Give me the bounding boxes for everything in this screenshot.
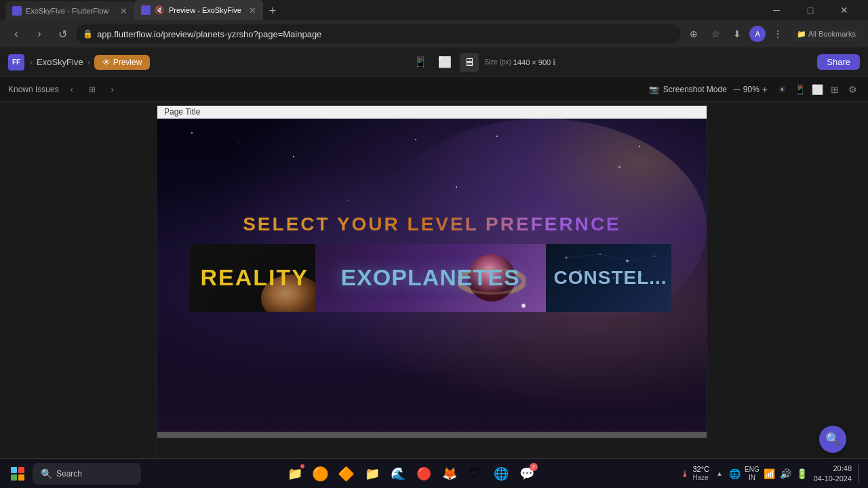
download-button[interactable]: ⬇ xyxy=(728,24,747,43)
info-icon: ℹ xyxy=(553,58,556,67)
taskbar-search[interactable]: 🔍 Search xyxy=(33,463,141,485)
search-fab[interactable]: 🔍 xyxy=(819,426,846,453)
forward-button[interactable]: › xyxy=(30,24,49,43)
preview-container: Page Title SELECT YOUR LEVEL PREFERNCE xyxy=(157,106,707,438)
taskbar-icon-app4[interactable]: 🦊 xyxy=(437,462,462,486)
issues-grid[interactable]: ⊞ xyxy=(85,82,100,97)
menu-button[interactable]: ⋮ xyxy=(768,24,787,43)
tab2-favicon xyxy=(141,5,151,15)
taskbar-icon-app3[interactable]: 🔴 xyxy=(412,462,436,486)
tab2-label: Preview - ExoSkyFive xyxy=(169,6,241,14)
page-title-bar: Page Title xyxy=(157,106,707,119)
tab1-close[interactable]: ✕ xyxy=(120,6,127,16)
taskbar-icon-app7[interactable]: 💬 2 xyxy=(515,462,539,486)
desktop-button[interactable]: 🖥 xyxy=(460,53,479,72)
view-layout-icon[interactable]: ⬜ xyxy=(810,82,825,97)
time-display: 20:48 xyxy=(833,464,852,473)
preview-button[interactable]: 👁 Preview xyxy=(94,55,151,70)
zoom-plus[interactable]: + xyxy=(762,84,768,95)
taskbar-icon-app6[interactable]: 🌐 xyxy=(489,462,513,486)
taskbar-icon-file-explorer[interactable]: 📁 xyxy=(283,462,307,486)
scrollbar-thumb[interactable] xyxy=(157,432,707,438)
weather-temp: 32°C xyxy=(692,465,709,474)
ff-toolbar: FF › ExoSkyFive › 👁 Preview 📱 ⬜ 🖥 Size (… xyxy=(0,47,868,77)
headline: SELECT YOUR LEVEL PREFERNCE xyxy=(157,214,707,235)
address-bar[interactable]: 🔒 app.flutterflow.io/preview/planets-yzr… xyxy=(76,24,680,43)
taskbar-icon-app5[interactable]: 🛡 xyxy=(463,462,488,486)
star-4 xyxy=(395,173,395,174)
issues-prev[interactable]: ‹ xyxy=(64,82,79,97)
nav-bar: ‹ › ↺ 🔒 app.flutterflow.io/preview/plane… xyxy=(0,20,868,47)
show-desktop-button[interactable] xyxy=(859,464,863,483)
share-button[interactable]: Share xyxy=(817,54,860,70)
card-reality[interactable]: REALITY xyxy=(190,244,315,312)
exo-label: EXOPLANETES xyxy=(340,264,519,291)
space-scene: SELECT YOUR LEVEL PREFERNCE REALITY xyxy=(157,119,707,432)
star-6 xyxy=(578,159,578,160)
system-tray: 🌡 32°C Haze ▲ 🌐 ENG IN 📶 🔊 🔋 20:48 04-10… xyxy=(680,464,863,483)
all-bookmarks[interactable]: 📁 All Bookmarks xyxy=(791,28,861,41)
bookmark-button[interactable]: ☆ xyxy=(706,24,725,43)
star-10 xyxy=(456,186,457,188)
lang-indicator[interactable]: ENG IN xyxy=(743,466,761,482)
maximize-button[interactable]: □ xyxy=(795,1,826,20)
left-panel xyxy=(0,211,157,488)
tab2-muted: 🔇 xyxy=(155,5,165,15)
view-phone-icon[interactable]: 📱 xyxy=(792,82,807,97)
card-exoplanetes[interactable]: EXOPLANETES xyxy=(315,244,546,312)
reload-button[interactable]: ↺ xyxy=(53,24,72,43)
size-indicator: Size (px) 1440 × 900 ℹ xyxy=(484,58,556,67)
preview-scrollbar[interactable] xyxy=(157,432,707,438)
issues-next[interactable]: › xyxy=(105,82,120,97)
tab2-close[interactable]: ✕ xyxy=(249,5,256,16)
taskbar-icon-app1[interactable]: 🟠 xyxy=(309,462,333,486)
new-tab-button[interactable]: + xyxy=(263,1,282,20)
back-button[interactable]: ‹ xyxy=(7,24,26,43)
taskbar: 🔍 Search 📁 🟠 🔶 📁 🌊 🔴 🦊 🛡 🌐 xyxy=(0,458,868,488)
show-hidden-icons[interactable]: ▲ xyxy=(713,464,726,483)
wifi-icon[interactable]: 📶 xyxy=(762,464,777,483)
speaker-icon[interactable]: 🔊 xyxy=(778,464,793,483)
tab-exoskyfive[interactable]: ExoSkyFive - FlutterFlow ✕ xyxy=(5,1,134,20)
network-icon[interactable]: 🌐 xyxy=(727,464,742,483)
minimize-button[interactable]: ─ xyxy=(761,1,792,20)
card-constellation[interactable]: CONSTEL... xyxy=(546,244,671,312)
dimensions-text: 1440 × 900 xyxy=(513,58,551,66)
screenshot-mode-section: 📷 Screenshot Mode xyxy=(649,85,727,94)
ff-logo: FF xyxy=(8,54,24,70)
start-button[interactable] xyxy=(5,462,30,486)
star-3 xyxy=(293,156,294,157)
system-icons-group: ▲ 🌐 ENG IN 📶 🔊 🔋 xyxy=(713,464,810,483)
taskbar-time[interactable]: 20:48 04-10-2024 xyxy=(814,464,852,483)
breadcrumb-exoskyfive[interactable]: ExoSkyFive xyxy=(37,57,83,67)
view-settings-icon[interactable]: ⚙ xyxy=(845,82,860,97)
tab1-label: ExoSkyFive - FlutterFlow xyxy=(26,7,108,15)
weather-info: 32°C Haze xyxy=(692,465,709,482)
weather-widget[interactable]: 🌡 32°C Haze xyxy=(680,465,709,482)
view-grid-icon[interactable]: ⊞ xyxy=(827,82,842,97)
taskbar-icon-edge[interactable]: 🌊 xyxy=(386,462,410,486)
taskbar-icon-app2[interactable]: 🔶 xyxy=(334,462,359,486)
tab-preview[interactable]: 🔇 Preview - ExoSkyFive ✕ xyxy=(134,0,263,20)
issues-bar: Known Issues ‹ ⊞ › 📷 Screenshot Mode ─ 9… xyxy=(0,77,868,102)
mobile-button[interactable]: 📱 xyxy=(411,53,430,72)
zoom-minus[interactable]: ─ xyxy=(734,84,741,95)
view-icons: ☀ 📱 ⬜ ⊞ ⚙ xyxy=(774,82,860,97)
star-7 xyxy=(639,146,640,147)
chat-badge: 2 xyxy=(530,463,538,471)
battery-icon[interactable]: 🔋 xyxy=(795,464,810,483)
size-label: Size (px) xyxy=(484,58,511,66)
view-sun-icon[interactable]: ☀ xyxy=(774,82,789,97)
scroll-indicator xyxy=(521,304,526,308)
eye-icon: 👁 xyxy=(102,58,111,67)
tablet-button[interactable]: ⬜ xyxy=(435,53,454,72)
extension-button[interactable]: ⊕ xyxy=(684,24,703,43)
cards-row: REALITY xyxy=(157,244,707,312)
profile-icon[interactable]: A xyxy=(749,26,766,42)
svg-line-12 xyxy=(600,254,627,261)
close-window-button[interactable]: ✕ xyxy=(829,1,860,20)
taskbar-icon-folder[interactable]: 📁 xyxy=(360,462,384,486)
ff-right-controls: Share xyxy=(817,54,860,70)
star-1 xyxy=(191,132,193,134)
zoom-percent: 90% xyxy=(743,85,760,94)
